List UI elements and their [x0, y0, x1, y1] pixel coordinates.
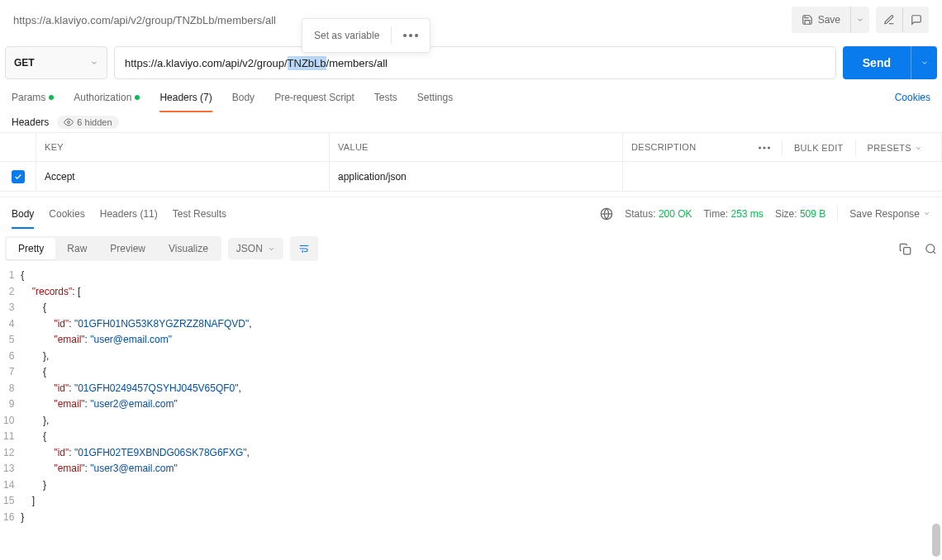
- search-icon[interactable]: [925, 243, 937, 255]
- svg-point-2: [415, 34, 418, 37]
- url-input[interactable]: https://a.klaviyo.com/api/v2/group/TNZbL…: [114, 46, 836, 79]
- size-value: 509 B: [800, 208, 825, 220]
- response-body[interactable]: 12345678910111213141516 { "records": [ {…: [0, 266, 942, 525]
- status-code: 200 OK: [659, 208, 692, 220]
- svg-rect-10: [904, 247, 911, 254]
- tab-label: Headers: [100, 208, 137, 220]
- column-key: KEY: [36, 133, 330, 161]
- size-block: Size: 509 B: [775, 208, 825, 220]
- bulk-edit-link[interactable]: Bulk Edit: [794, 143, 844, 153]
- row-checkbox-cell[interactable]: [0, 162, 36, 191]
- time-value: 253 ms: [731, 208, 764, 220]
- resp-tab-test-results[interactable]: Test Results: [173, 199, 226, 229]
- cookies-link[interactable]: Cookies: [895, 92, 930, 103]
- tab-tests[interactable]: Tests: [374, 83, 397, 112]
- send-dropdown[interactable]: [911, 46, 937, 79]
- status-dot-icon: [49, 95, 54, 100]
- edit-notes-button[interactable]: [876, 7, 902, 33]
- time-label: Time:: [704, 208, 729, 220]
- svg-line-12: [933, 251, 935, 254]
- view-pretty[interactable]: Pretty: [7, 238, 55, 259]
- checkbox-column: [0, 133, 36, 161]
- url-highlight: TNZbLb: [288, 56, 326, 70]
- comment-icon: [911, 14, 922, 26]
- format-label: JSON: [236, 243, 263, 254]
- more-icon[interactable]: [759, 146, 770, 149]
- tab-body[interactable]: Body: [232, 83, 255, 112]
- checkbox-checked-icon[interactable]: [12, 170, 25, 183]
- url-prefix: https://a.klaviyo.com/api/v2/group/: [125, 57, 288, 69]
- save-response-dropdown[interactable]: Save Response: [849, 208, 930, 220]
- copy-icon[interactable]: [899, 243, 911, 255]
- status-dot-icon: [135, 95, 140, 100]
- size-label: Size:: [775, 208, 797, 220]
- url-suffix: /members/all: [326, 57, 388, 69]
- view-visualize[interactable]: Visualize: [157, 238, 220, 259]
- network-icon[interactable]: [600, 207, 613, 221]
- status-label: Status:: [625, 208, 655, 220]
- svg-point-4: [759, 146, 761, 149]
- resp-tab-body[interactable]: Body: [12, 199, 34, 229]
- tab-label: Authorization: [74, 92, 131, 103]
- tab-pre-request[interactable]: Pre-request Script: [274, 83, 354, 112]
- view-mode-group: Pretty Raw Preview Visualize: [5, 236, 221, 261]
- resp-tab-cookies[interactable]: Cookies: [49, 199, 84, 229]
- tab-headers[interactable]: Headers (7): [159, 83, 212, 112]
- save-label: Save: [818, 14, 840, 26]
- eye-icon: [64, 117, 74, 127]
- tab-label: Params: [12, 92, 45, 103]
- hidden-count: 6 hidden: [77, 117, 112, 127]
- row-key[interactable]: Accept: [36, 162, 330, 191]
- table-row[interactable]: Accept application/json: [0, 162, 942, 192]
- presets-label: Presets: [868, 143, 911, 153]
- scrollbar[interactable]: [929, 281, 940, 558]
- send-button[interactable]: Send: [843, 46, 911, 79]
- wrap-button[interactable]: [290, 236, 318, 261]
- save-icon: [802, 14, 813, 26]
- pencil-icon: [883, 14, 895, 26]
- format-select[interactable]: JSON: [228, 238, 283, 259]
- tab-authorization[interactable]: Authorization: [74, 83, 140, 112]
- headers-label: Headers: [12, 116, 49, 128]
- save-response-label: Save Response: [849, 208, 920, 220]
- view-raw[interactable]: Raw: [55, 238, 98, 259]
- tab-label: Headers: [159, 92, 197, 103]
- chevron-down-icon: [856, 16, 864, 24]
- line-gutter: 12345678910111213141516: [3, 268, 21, 525]
- column-value: VALUE: [330, 133, 623, 161]
- row-description[interactable]: [623, 162, 942, 191]
- more-icon[interactable]: [403, 34, 418, 37]
- svg-point-6: [768, 146, 770, 149]
- hidden-toggle[interactable]: 6 hidden: [57, 116, 118, 129]
- save-dropdown[interactable]: [850, 7, 869, 33]
- code-content: { "records": [ { "id": "01GFH01NG53K8YGZ…: [21, 268, 942, 525]
- method-value: GET: [14, 57, 35, 69]
- wrap-icon: [298, 243, 310, 254]
- time-block: Time: 253 ms: [704, 208, 764, 220]
- svg-point-3: [68, 121, 70, 124]
- save-button[interactable]: Save: [792, 7, 850, 33]
- set-variable-link[interactable]: Set as variable: [314, 30, 379, 41]
- chevron-down-icon: [921, 59, 929, 67]
- svg-point-0: [403, 34, 407, 37]
- divider: [391, 27, 392, 44]
- status-block: Status: 200 OK: [625, 208, 692, 220]
- presets-dropdown[interactable]: Presets: [868, 143, 922, 153]
- method-select[interactable]: GET: [5, 46, 107, 79]
- scroll-thumb[interactable]: [932, 524, 940, 557]
- chevron-down-icon: [90, 59, 98, 67]
- svg-point-1: [409, 34, 412, 37]
- tab-count: (7): [200, 92, 212, 103]
- row-value[interactable]: application/json: [330, 162, 623, 191]
- tab-settings[interactable]: Settings: [417, 83, 453, 112]
- tab-params[interactable]: Params: [12, 83, 54, 112]
- svg-point-5: [763, 146, 765, 149]
- comments-button[interactable]: [902, 7, 929, 33]
- resp-tab-headers[interactable]: Headers (11): [100, 199, 158, 229]
- variable-tooltip: Set as variable: [302, 18, 431, 53]
- view-preview[interactable]: Preview: [98, 238, 157, 259]
- svg-point-11: [926, 244, 935, 252]
- tab-count: (11): [140, 208, 157, 220]
